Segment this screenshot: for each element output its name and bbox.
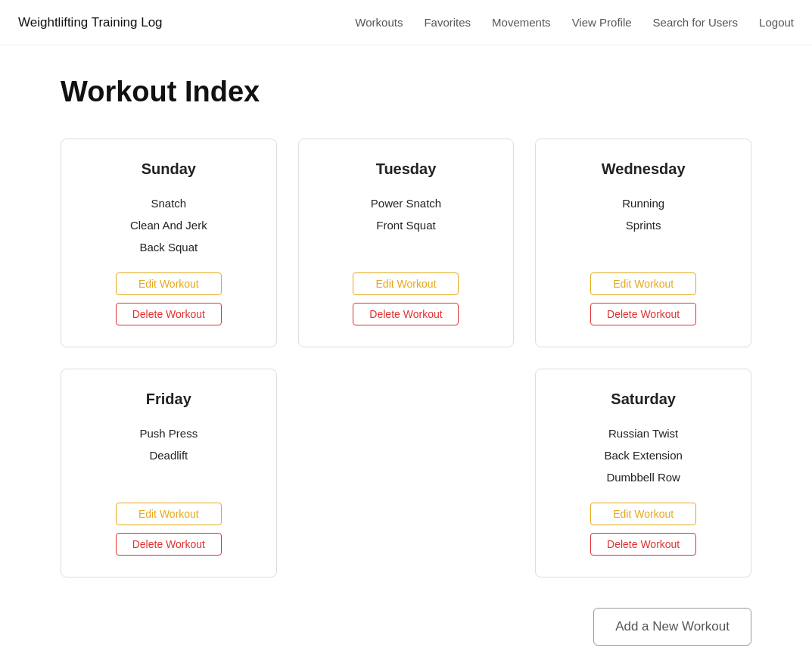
nav-search-users[interactable]: Search for Users xyxy=(653,16,739,29)
workout-exercises-friday: Push Press Deadlift xyxy=(139,423,198,487)
edit-workout-friday[interactable]: Edit Workout xyxy=(116,503,222,525)
exercise-item: Push Press xyxy=(139,423,198,444)
nav-view-profile[interactable]: View Profile xyxy=(572,16,632,29)
workout-day-sunday: Sunday xyxy=(142,160,196,178)
delete-workout-sunday[interactable]: Delete Workout xyxy=(116,303,222,325)
exercise-item: Snatch xyxy=(130,193,207,213)
delete-workout-saturday[interactable]: Delete Workout xyxy=(590,533,696,556)
exercise-item: Dumbbell Row xyxy=(604,467,682,487)
workout-card-sunday: Sunday Snatch Clean And Jerk Back Squat … xyxy=(61,139,277,347)
exercise-item: Clean And Jerk xyxy=(130,215,207,235)
brand-title: Weightlifting Training Log xyxy=(18,15,163,30)
workout-card-wednesday: Wednesday Running Sprints Edit Workout D… xyxy=(535,139,751,347)
exercise-item: Front Squat xyxy=(371,215,441,235)
exercise-item: Back Squat xyxy=(130,237,207,257)
workout-exercises-sunday: Snatch Clean And Jerk Back Squat xyxy=(130,193,207,257)
add-workout-row: Add a New Workout xyxy=(61,608,751,646)
workout-exercises-tuesday: Power Snatch Front Squat xyxy=(371,193,441,257)
workout-card-empty xyxy=(298,369,515,578)
exercise-item: Running xyxy=(622,193,664,213)
card-buttons-sunday: Edit Workout Delete Workout xyxy=(116,272,222,325)
edit-workout-wednesday[interactable]: Edit Workout xyxy=(590,272,696,295)
card-buttons-friday: Edit Workout Delete Workout xyxy=(116,503,222,556)
delete-workout-tuesday[interactable]: Delete Workout xyxy=(353,303,459,325)
page-title: Workout Index xyxy=(61,76,751,108)
card-buttons-wednesday: Edit Workout Delete Workout xyxy=(590,272,696,325)
workout-day-saturday: Saturday xyxy=(611,391,676,408)
navbar: Weightlifting Training Log Workouts Favo… xyxy=(0,0,812,45)
workout-exercises-wednesday: Running Sprints xyxy=(622,193,664,257)
main-content: Workout Index Sunday Snatch Clean And Je… xyxy=(0,45,812,660)
nav-workouts[interactable]: Workouts xyxy=(355,16,403,29)
exercise-item: Power Snatch xyxy=(371,193,441,213)
edit-workout-sunday[interactable]: Edit Workout xyxy=(116,272,222,295)
delete-workout-wednesday[interactable]: Delete Workout xyxy=(590,303,696,325)
edit-workout-tuesday[interactable]: Edit Workout xyxy=(353,272,459,295)
exercise-item: Deadlift xyxy=(139,445,198,465)
nav-movements[interactable]: Movements xyxy=(492,16,551,29)
card-buttons-saturday: Edit Workout Delete Workout xyxy=(590,503,696,556)
card-buttons-tuesday: Edit Workout Delete Workout xyxy=(353,272,459,325)
workout-card-saturday: Saturday Russian Twist Back Extension Du… xyxy=(535,369,751,578)
exercise-item: Back Extension xyxy=(604,445,682,465)
workout-day-friday: Friday xyxy=(146,391,191,408)
delete-workout-friday[interactable]: Delete Workout xyxy=(116,533,222,556)
workout-grid-row2: Friday Push Press Deadlift Edit Workout … xyxy=(61,369,751,578)
nav-links: Workouts Favorites Movements View Profil… xyxy=(355,16,794,30)
workout-day-wednesday: Wednesday xyxy=(602,160,686,178)
workout-exercises-saturday: Russian Twist Back Extension Dumbbell Ro… xyxy=(604,423,682,487)
nav-favorites[interactable]: Favorites xyxy=(424,16,471,29)
workout-day-tuesday: Tuesday xyxy=(376,160,437,178)
workout-grid-row1: Sunday Snatch Clean And Jerk Back Squat … xyxy=(61,139,751,347)
workout-card-tuesday: Tuesday Power Snatch Front Squat Edit Wo… xyxy=(298,139,515,347)
add-workout-button[interactable]: Add a New Workout xyxy=(593,608,751,646)
nav-logout[interactable]: Logout xyxy=(759,16,794,29)
exercise-item: Russian Twist xyxy=(604,423,682,444)
edit-workout-saturday[interactable]: Edit Workout xyxy=(590,503,696,525)
exercise-item: Sprints xyxy=(622,215,664,235)
workout-card-friday: Friday Push Press Deadlift Edit Workout … xyxy=(61,369,277,578)
